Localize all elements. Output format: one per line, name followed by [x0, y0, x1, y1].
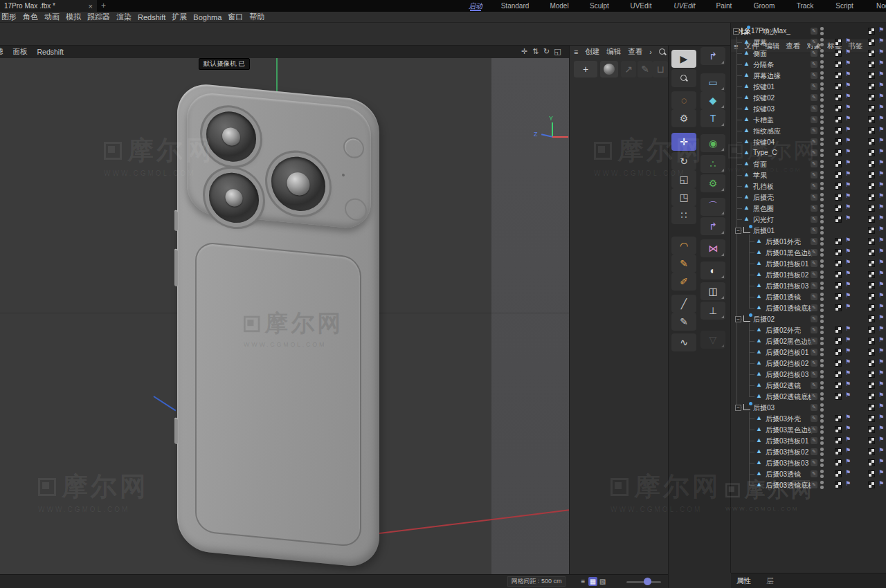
axis-gizmo[interactable]: Y X Z	[533, 117, 569, 148]
scale-axes-tool-icon[interactable]: ◳	[671, 188, 696, 206]
display-tag-icon[interactable]	[868, 349, 875, 356]
multi-move-tool-icon[interactable]: ∷	[671, 206, 696, 224]
display-tag-icon[interactable]	[835, 349, 842, 356]
phong-tag-icon[interactable]: ⚑	[878, 226, 884, 232]
display-tag-icon[interactable]	[868, 404, 875, 411]
tree-row[interactable]: ▲后摄01挡板02✎⚑⚑	[731, 269, 886, 280]
visibility-dots[interactable]	[820, 71, 824, 80]
expander-icon[interactable]: −	[735, 405, 741, 411]
menu-item-角色[interactable]: 角色	[23, 12, 38, 22]
generator-object-icon[interactable]: ⚙	[700, 174, 725, 192]
edit-icon[interactable]: ✎	[811, 393, 817, 400]
phong-tag-icon[interactable]: ⚑	[878, 53, 884, 55]
tree-row[interactable]: ▲后摄02黑色边缘✎⚑⚑	[731, 336, 886, 347]
phong-tag-icon[interactable]: ⚑	[878, 358, 884, 365]
viewport-menu-面板[interactable]: 面板	[13, 47, 28, 57]
display-tag-icon[interactable]	[835, 481, 842, 488]
edit-icon[interactable]: ✎	[811, 127, 817, 134]
hamburger-icon[interactable]: ≡	[574, 48, 578, 56]
visibility-dots[interactable]	[820, 392, 824, 401]
phong-tag-icon[interactable]: ⚑	[845, 358, 851, 365]
edit-icon[interactable]: ✎	[811, 116, 817, 123]
edit-icon[interactable]: ✎	[811, 282, 817, 289]
phong-tag-icon[interactable]: ⚑	[878, 192, 884, 199]
tree-row[interactable]: ▲孔挡板✎⚑⚑	[731, 181, 886, 192]
display-tag-icon[interactable]	[835, 260, 842, 267]
display-tag-icon[interactable]	[835, 249, 842, 256]
phong-tag-icon[interactable]: ⚑	[845, 115, 851, 122]
tree-row[interactable]: ▲后摄03透镜底板✎⚑⚑	[731, 479, 886, 490]
display-tag-icon[interactable]	[868, 315, 875, 322]
display-tag-icon[interactable]	[835, 382, 842, 389]
edit-icon[interactable]: ✎	[811, 105, 817, 112]
pen-tool-icon[interactable]: ✎	[671, 313, 696, 331]
display-tag-icon[interactable]	[868, 227, 875, 234]
display-tag-icon[interactable]	[868, 481, 875, 488]
phong-tag-icon[interactable]: ⚑	[845, 214, 851, 221]
display-tag-icon[interactable]	[868, 304, 875, 311]
phong-tag-icon[interactable]: ⚑	[878, 237, 884, 244]
display-tag-icon[interactable]	[835, 393, 842, 400]
edit-icon[interactable]: ✎	[811, 448, 817, 455]
display-tag-icon[interactable]	[835, 205, 842, 212]
phong-tag-icon[interactable]: ⚑	[878, 369, 884, 376]
tree-row[interactable]: ▲卡槽盖✎⚑⚑	[731, 114, 886, 125]
phong-tag-icon[interactable]: ⚑	[878, 126, 884, 133]
visibility-dots[interactable]	[820, 337, 824, 345]
edit-icon[interactable]: ✎	[811, 83, 817, 90]
phong-tag-icon[interactable]: ⚑	[878, 469, 884, 476]
zoom-tool-icon[interactable]	[671, 69, 696, 87]
display-tag-icon[interactable]	[868, 61, 875, 68]
tree-row[interactable]: ▲后摄02挡板01✎⚑⚑	[731, 347, 886, 358]
display-tag-icon[interactable]	[835, 459, 842, 466]
stage-object-icon[interactable]: ⊥	[700, 302, 725, 320]
cluster-object-icon[interactable]: ∴	[700, 155, 725, 173]
phong-tag-icon[interactable]: ⚑	[878, 414, 884, 421]
tree-row[interactable]: ▲按键03✎⚑⚑	[731, 103, 886, 114]
phong-tag-icon[interactable]: ⚑	[878, 104, 884, 111]
phong-tag-icon[interactable]: ⚑	[845, 469, 851, 476]
edit-icon[interactable]: ✎	[811, 426, 817, 433]
layout-tab-track[interactable]: Track	[797, 0, 814, 12]
phone-body[interactable]	[177, 82, 379, 569]
tree-row[interactable]: ▲屏幕边缘✎⚑⚑	[731, 70, 886, 81]
phong-tag-icon[interactable]: ⚑	[878, 292, 884, 299]
display-tag-icon[interactable]	[835, 160, 842, 167]
phong-tag-icon[interactable]: ⚑	[878, 447, 884, 454]
edit-icon[interactable]: ✎	[811, 227, 817, 234]
visibility-dots[interactable]	[820, 237, 824, 246]
display-tag-icon[interactable]	[868, 282, 875, 289]
display-tag-icon[interactable]	[835, 360, 842, 367]
edit-icon[interactable]: ✎	[811, 293, 817, 300]
visibility-dots[interactable]	[820, 82, 824, 91]
visibility-dots[interactable]	[820, 448, 824, 456]
tree-row[interactable]: ▲黑色圈✎⚑⚑	[731, 203, 886, 214]
phong-tag-icon[interactable]: ⚑	[845, 447, 851, 454]
tree-row[interactable]: ▲后摄01透镜✎⚑⚑	[731, 291, 886, 302]
tree-row[interactable]: −后摄01✎⚑	[731, 225, 886, 236]
phong-tag-icon[interactable]: ⚑	[878, 425, 884, 432]
edit-icon[interactable]: ✎	[811, 249, 817, 256]
visibility-dots[interactable]	[820, 138, 824, 146]
arc-tool-icon[interactable]: ◠	[671, 237, 696, 255]
edit-icon[interactable]: ✎	[811, 238, 817, 245]
tree-row[interactable]: ▲后摄02透镜底板✎⚑⚑	[731, 391, 886, 402]
visibility-dots[interactable]	[820, 127, 824, 135]
tree-row[interactable]: ▲按键04✎⚑⚑	[731, 136, 886, 147]
visibility-dots[interactable]	[820, 215, 824, 223]
viewport-menu-clipped[interactable]: 滤	[0, 47, 3, 57]
axis-modifier-icon[interactable]: ↱	[700, 217, 725, 235]
display-tag-icon[interactable]	[835, 415, 842, 422]
document-tab[interactable]: 17Pro Max .fbx * ×	[0, 0, 97, 12]
tab-属性[interactable]: 属性	[736, 576, 751, 586]
phong-tag-icon[interactable]: ⚑	[845, 159, 851, 166]
phong-tag-icon[interactable]: ⚑	[878, 336, 884, 343]
display-tag-icon[interactable]	[868, 216, 875, 223]
visibility-dots[interactable]	[820, 359, 824, 367]
phong-tag-icon[interactable]: ⚑	[845, 126, 851, 133]
sketch-spline-tool-icon[interactable]: ∿	[671, 333, 696, 351]
display-tag-icon[interactable]	[835, 426, 842, 433]
phong-tag-icon[interactable]: ⚑	[845, 53, 851, 55]
visibility-dots[interactable]	[820, 304, 824, 312]
menu-item-Boghma[interactable]: Boghma	[193, 13, 222, 21]
